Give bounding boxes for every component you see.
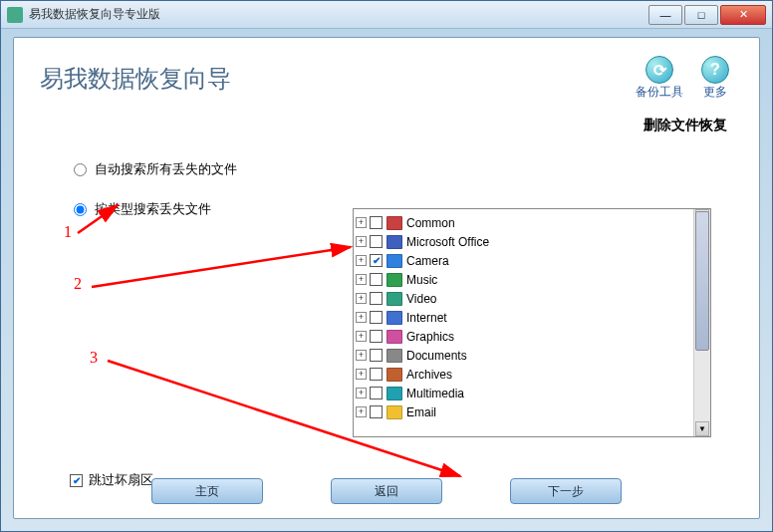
tree-item-label: Archives	[406, 368, 452, 382]
tree-checkbox[interactable]	[370, 387, 383, 399]
window-controls: — □ ✕	[648, 5, 766, 25]
tree-checkbox[interactable]	[370, 273, 383, 286]
main-content: 自动搜索所有丢失的文件 按类型搜索丢失文件 +Common+Microsoft …	[14, 160, 759, 489]
tree-item-label: Video	[406, 292, 436, 306]
tree-item[interactable]: +Documents	[356, 346, 708, 365]
tree-item[interactable]: +Music	[356, 270, 708, 289]
expand-icon[interactable]: +	[356, 388, 367, 399]
backup-tool-button[interactable]: ⟳ 备份工具	[636, 56, 683, 101]
file-type-icon	[386, 330, 402, 344]
tree-item[interactable]: +✔Camera	[356, 251, 708, 270]
tree-item-label: Internet	[406, 311, 447, 325]
tree-item-label: Common	[406, 216, 455, 230]
tree-checkbox[interactable]	[370, 405, 383, 418]
titlebar: 易我数据恢复向导专业版 — □ ✕	[1, 1, 772, 29]
expand-icon[interactable]: +	[356, 274, 367, 285]
file-type-icon	[386, 216, 402, 230]
tree-item-label: Graphics	[406, 330, 454, 344]
app-title: 易我数据恢复向导	[40, 63, 231, 95]
file-type-icon	[386, 405, 402, 419]
tree-item-label: Email	[406, 405, 436, 419]
content-panel: 易我数据恢复向导 ⟳ 备份工具 ? 更多 删除文件恢复 自动搜索所有丢失的文件	[13, 37, 760, 519]
tree-item[interactable]: +Email	[356, 402, 708, 421]
close-button[interactable]: ✕	[720, 5, 766, 25]
tree-checkbox[interactable]	[370, 311, 383, 324]
page-subtitle: 删除文件恢复	[14, 111, 759, 152]
expand-icon[interactable]: +	[356, 217, 367, 228]
tree-checkbox[interactable]: ✔	[370, 254, 383, 267]
scrollbar-thumb[interactable]	[695, 211, 709, 351]
app-header: 易我数据恢复向导 ⟳ 备份工具 ? 更多	[14, 38, 759, 111]
auto-search-radio[interactable]	[74, 163, 87, 176]
tree-item[interactable]: +Multimedia	[356, 384, 708, 402]
minimize-button[interactable]: —	[648, 5, 682, 25]
expand-icon[interactable]: +	[356, 350, 367, 361]
vertical-scrollbar[interactable]: ▲ ▼	[693, 209, 710, 436]
tree-item[interactable]: +Microsoft Office	[356, 232, 708, 251]
tree-checkbox[interactable]	[370, 292, 383, 305]
expand-icon[interactable]: +	[356, 293, 367, 304]
by-type-radio[interactable]	[74, 203, 87, 216]
tree-checkbox[interactable]	[370, 235, 383, 248]
file-type-icon	[386, 254, 402, 268]
app-icon	[7, 7, 23, 23]
home-button[interactable]: 主页	[151, 478, 263, 504]
backup-icon: ⟳	[645, 56, 673, 84]
tree-item-label: Camera	[406, 254, 449, 268]
tree-item[interactable]: +Common	[356, 213, 708, 232]
footer-buttons: 主页 返回 下一步	[14, 478, 759, 504]
file-type-icon	[386, 311, 402, 325]
next-button[interactable]: 下一步	[510, 478, 622, 504]
tree-checkbox[interactable]	[370, 349, 383, 362]
scroll-down-button[interactable]: ▼	[695, 421, 709, 436]
expand-icon[interactable]: +	[356, 331, 367, 342]
back-button[interactable]: 返回	[331, 478, 442, 504]
tree-checkbox[interactable]	[370, 216, 383, 229]
maximize-button[interactable]: □	[684, 5, 718, 25]
file-type-icon	[386, 273, 402, 287]
tree-item-label: Music	[406, 273, 437, 287]
file-type-icon	[386, 368, 402, 382]
expand-icon[interactable]: +	[356, 255, 367, 266]
help-icon: ?	[701, 56, 729, 84]
tree-item-label: Documents	[406, 349, 467, 363]
tree-checkbox[interactable]	[370, 330, 383, 343]
file-type-icon	[386, 292, 402, 306]
expand-icon[interactable]: +	[356, 312, 367, 323]
file-type-icon	[386, 387, 402, 400]
expand-icon[interactable]: +	[356, 236, 367, 247]
tree-item[interactable]: +Internet	[356, 308, 708, 327]
header-tools: ⟳ 备份工具 ? 更多	[636, 56, 729, 101]
tree-checkbox[interactable]	[370, 368, 383, 381]
expand-icon[interactable]: +	[356, 369, 367, 380]
file-type-icon	[386, 349, 402, 363]
expand-icon[interactable]: +	[356, 406, 367, 417]
tree-list: +Common+Microsoft Office+✔Camera+Music+V…	[354, 209, 710, 425]
more-label: 更多	[703, 84, 727, 101]
auto-search-option[interactable]: 自动搜索所有丢失的文件	[74, 160, 719, 178]
window-title: 易我数据恢复向导专业版	[29, 6, 648, 23]
backup-tool-label: 备份工具	[636, 84, 683, 101]
auto-search-label: 自动搜索所有丢失的文件	[95, 160, 237, 178]
tree-item[interactable]: +Graphics	[356, 327, 708, 346]
by-type-label: 按类型搜索丢失文件	[95, 200, 211, 218]
tree-item[interactable]: +Video	[356, 289, 708, 308]
tree-item-label: Microsoft Office	[406, 235, 489, 249]
file-type-tree: +Common+Microsoft Office+✔Camera+Music+V…	[353, 208, 711, 437]
file-type-icon	[386, 235, 402, 249]
tree-item[interactable]: +Archives	[356, 365, 708, 384]
tree-item-label: Multimedia	[406, 387, 464, 400]
more-button[interactable]: ? 更多	[701, 56, 729, 101]
app-window: 易我数据恢复向导专业版 — □ ✕ 易我数据恢复向导 ⟳ 备份工具 ? 更多 删…	[0, 0, 773, 532]
